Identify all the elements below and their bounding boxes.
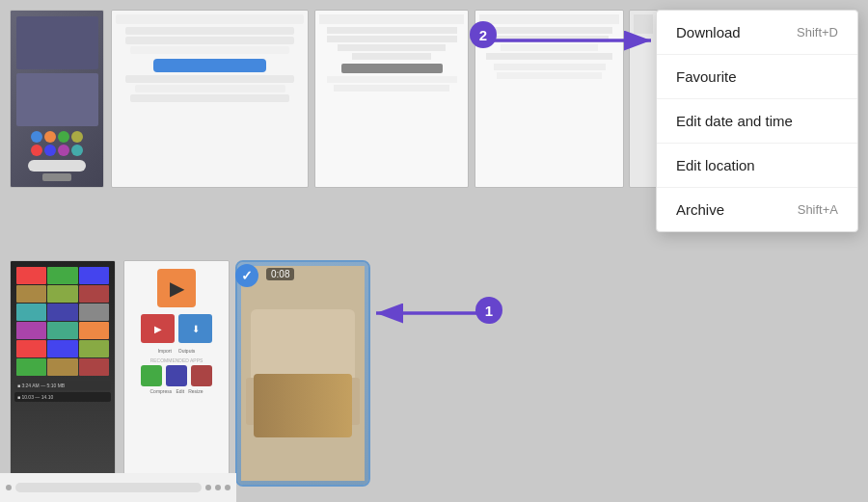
menu-item-archive-label: Archive	[676, 201, 724, 218]
menu-item-download-label: Download	[676, 24, 741, 40]
bg-tile-2	[111, 10, 309, 188]
menu-item-edit-location[interactable]: Edit location	[657, 144, 857, 188]
menu-item-favourite-label: Favourite	[676, 68, 737, 85]
chat-dot-1	[6, 485, 12, 490]
bg-tile-3	[314, 10, 469, 188]
bg-tile-7: ▶ ▶ ⬇ Import Outputs RECOMMENDED APPS Co…	[123, 260, 230, 487]
badge-2: 2	[470, 21, 497, 48]
menu-item-edit-location-label: Edit location	[676, 157, 755, 173]
context-menu: Download Shift+D Favourite Edit date and…	[656, 10, 858, 232]
chat-bar	[0, 473, 236, 502]
menu-item-archive[interactable]: Archive Shift+A	[657, 188, 857, 231]
chat-dot-4	[225, 485, 231, 490]
video-timer: 0:08	[266, 268, 294, 280]
selection-checkmark: ✓	[235, 264, 258, 287]
chat-dot-2	[205, 485, 211, 490]
bg-tile-8	[235, 260, 370, 487]
menu-item-edit-date-time-label: Edit date and time	[676, 113, 793, 129]
menu-item-download-shortcut: Shift+D	[797, 25, 838, 40]
badge-1: 1	[475, 297, 502, 324]
bg-tile-1	[10, 10, 104, 188]
menu-item-favourite[interactable]: Favourite	[657, 55, 857, 99]
menu-item-edit-date-time[interactable]: Edit date and time	[657, 99, 857, 144]
bg-tile-6: ■ 3:24 AM — 5:10 MB ■ 10.03 — 14.10	[10, 260, 116, 487]
menu-item-download[interactable]: Download Shift+D	[657, 11, 857, 55]
chat-dot-3	[215, 485, 221, 490]
menu-item-archive-shortcut: Shift+A	[798, 202, 838, 217]
arrow-1	[366, 294, 492, 332]
